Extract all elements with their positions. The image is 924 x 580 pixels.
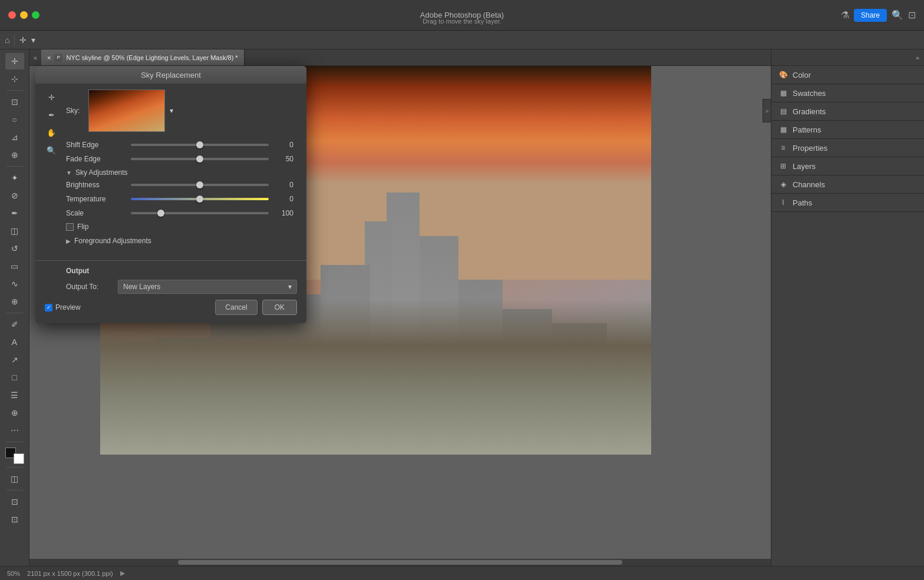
status-hint: Drag to move the sky layer.	[423, 18, 501, 25]
background-color[interactable]	[14, 453, 24, 464]
search-icon[interactable]: 🔍	[892, 9, 903, 21]
scale-thumb[interactable]	[157, 210, 164, 217]
scrollbar-thumb[interactable]	[178, 560, 623, 565]
sky-dropdown-arrow[interactable]: ▾	[170, 107, 173, 115]
screen-mode[interactable]: ⊡	[5, 493, 24, 510]
paths-section-header[interactable]: ⌇ Paths	[771, 194, 924, 211]
fade-edge-label: Fade Edge	[66, 155, 131, 163]
brightness-track	[131, 184, 269, 186]
maximize-button[interactable]	[32, 11, 39, 19]
preview-check: ✓ Preview	[45, 303, 210, 311]
status-arrow-icon[interactable]: ▶	[120, 569, 125, 577]
patterns-label: Patterns	[793, 125, 917, 134]
properties-icon: ≡	[778, 143, 788, 153]
ok-button[interactable]: OK	[262, 300, 297, 315]
patterns-section-header[interactable]: ▦ Patterns	[771, 121, 924, 138]
eraser-tool[interactable]: ▭	[5, 258, 24, 274]
move-tool[interactable]: ✛	[5, 53, 24, 69]
brightness-slider[interactable]	[131, 180, 269, 190]
home-icon[interactable]: ⌂	[5, 35, 9, 45]
zoom-tool[interactable]: ⊕	[5, 405, 24, 421]
preview-label: Preview	[55, 303, 81, 311]
swatches-section-header[interactable]: ▦ Swatches	[771, 84, 924, 102]
color-icon: 🎨	[778, 70, 788, 79]
select-tool[interactable]: ⊿	[5, 129, 24, 145]
sky-adjustments-header[interactable]: ▼ Sky Adjustments	[66, 168, 297, 177]
flip-checkbox[interactable]	[66, 223, 74, 231]
color-label: Color	[793, 71, 917, 79]
eyedropper-tool[interactable]: ✦	[5, 170, 24, 186]
foreground-adjustments-section[interactable]: ▶ Foreground Adjustments	[66, 237, 297, 245]
window-icon[interactable]: ⊡	[908, 9, 916, 21]
tab-close-icon[interactable]: ×	[47, 54, 51, 61]
brush-tool[interactable]: ✒	[5, 205, 24, 221]
crop-tool[interactable]: ⊕	[5, 147, 24, 163]
pen-tool[interactable]: ✐	[5, 316, 24, 333]
tab-left-collapse[interactable]: «	[29, 49, 41, 65]
marquee-tool[interactable]: ⊡	[5, 94, 24, 110]
path-select-tool[interactable]: ↗	[5, 352, 24, 368]
close-button[interactable]	[8, 11, 16, 19]
history-tool[interactable]: ↺	[5, 240, 24, 257]
color-section-header[interactable]: 🎨 Color	[771, 66, 924, 84]
shift-edge-thumb[interactable]	[196, 141, 203, 148]
brightness-thumb[interactable]	[196, 181, 203, 188]
share-button[interactable]: Share	[854, 9, 887, 22]
shift-edge-row: Shift Edge 0	[66, 140, 297, 150]
move-tool-icon[interactable]: ✛	[19, 35, 27, 45]
extra-tools[interactable]: ⊡	[5, 511, 24, 528]
fade-edge-thumb[interactable]	[196, 155, 203, 163]
document-tab[interactable]: × P NYC skyline @ 50% (Edge Lighting Lev…	[41, 49, 245, 65]
gradient-tool[interactable]: ∿	[5, 276, 24, 292]
minimize-button[interactable]	[20, 11, 28, 19]
artboard-tool[interactable]: ⊹	[5, 71, 24, 87]
zoom-level: 50%	[7, 570, 20, 577]
text-tool[interactable]: A	[5, 334, 24, 350]
cancel-button[interactable]: Cancel	[215, 300, 257, 315]
layers-label: Layers	[793, 162, 917, 171]
dialog-hand-tool[interactable]: ✋	[44, 125, 59, 140]
lasso-tool[interactable]: ○	[5, 111, 24, 128]
blur-tool[interactable]: ⊕	[5, 293, 24, 310]
more-tools[interactable]: ⋯	[5, 422, 24, 439]
sky-replacement-dialog: Sky Replacement ✛ ✒ ✋ 🔍 Sky: ▾	[35, 66, 306, 323]
temperature-track	[131, 198, 269, 200]
panel-collapse-button[interactable]: »	[916, 54, 919, 61]
channels-section-header[interactable]: ◈ Channels	[771, 175, 924, 193]
color-swatches[interactable]	[5, 448, 24, 464]
heal-tool[interactable]: ⊘	[5, 187, 24, 204]
sky-preview-row: Sky: ▾	[66, 90, 297, 132]
output-to-select[interactable]: New Layers ▾	[118, 280, 297, 294]
properties-section-header[interactable]: ≡ Properties	[771, 139, 924, 157]
horizontal-scrollbar[interactable]	[29, 559, 771, 566]
temperature-thumb[interactable]	[196, 195, 203, 203]
toolbar-divider-5	[6, 467, 23, 468]
gradients-section-header[interactable]: ▤ Gradients	[771, 102, 924, 120]
quick-mask-mode[interactable]: ◫	[5, 470, 24, 487]
temperature-row: Temperature 0	[66, 194, 297, 204]
right-panel-collapse[interactable]: »	[763, 99, 771, 122]
hand-tool[interactable]: ☰	[5, 387, 24, 403]
tab-doc-icon: P	[54, 54, 62, 62]
toolbar-divider-2	[6, 166, 23, 167]
channels-panel-section: ◈ Channels	[771, 175, 924, 194]
document-info: 2101 px x 1500 px (300.1 ppi)	[27, 570, 113, 577]
main-layout: ✛ ⊹ ⊡ ○ ⊿ ⊕ ✦ ⊘ ✒ ◫ ↺ ▭ ∿ ⊕ ✐ A ↗ □ ☰ ⊕ …	[0, 49, 924, 566]
tab-bar: « × P NYC skyline @ 50% (Edge Lighting L…	[29, 49, 771, 66]
sky-preview-thumbnail[interactable]	[88, 90, 165, 132]
channels-label: Channels	[793, 180, 917, 189]
dialog-move-tool[interactable]: ✛	[44, 90, 59, 105]
toolbar-divider-4	[6, 442, 23, 442]
stamp-tool[interactable]: ◫	[5, 223, 24, 239]
color-panel-section: 🎨 Color	[771, 66, 924, 84]
layers-section-header[interactable]: ⊞ Layers	[771, 157, 924, 175]
options-arrow[interactable]: ▾	[31, 35, 35, 45]
scale-slider[interactable]	[131, 208, 269, 218]
temperature-slider[interactable]	[131, 194, 269, 204]
dialog-brush-tool[interactable]: ✒	[44, 107, 59, 122]
shape-tool[interactable]: □	[5, 369, 24, 386]
dialog-zoom-tool[interactable]: 🔍	[44, 142, 59, 158]
fade-edge-slider[interactable]	[131, 154, 269, 164]
preview-checkbox[interactable]: ✓	[45, 304, 52, 311]
shift-edge-slider[interactable]	[131, 140, 269, 150]
